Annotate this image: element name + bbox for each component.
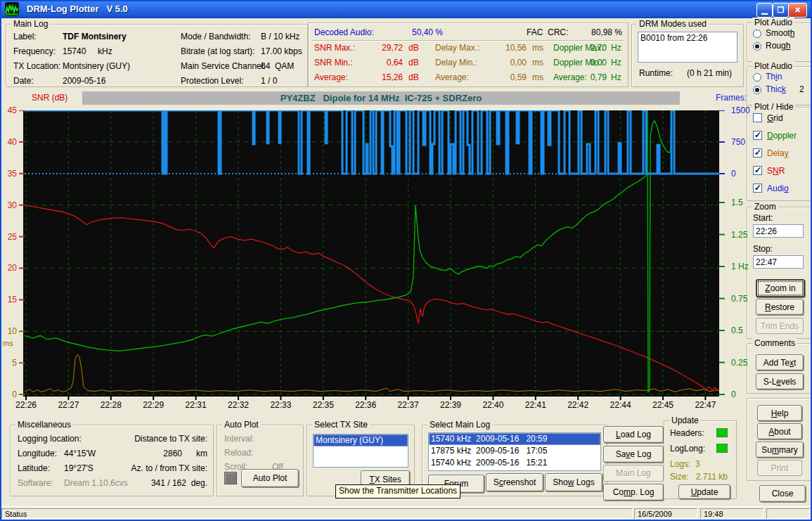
y-left-tick: 45 — [0, 105, 17, 115]
update-button[interactable]: Update — [678, 484, 730, 499]
logs-count: Logs: 3 — [670, 459, 700, 469]
update-caption: Update — [669, 416, 701, 425]
tx-site-item[interactable]: Montsinery (GUY) — [314, 435, 408, 446]
y-right-hz-tick: 1 Hz — [731, 262, 749, 271]
y-left-tick: 15 — [0, 295, 17, 304]
headers-indicator — [716, 428, 728, 437]
thin-label[interactable]: Thin — [766, 72, 782, 82]
summary-button[interactable]: Summary — [756, 442, 804, 458]
about-button[interactable]: About — [757, 423, 802, 439]
screenshot-button[interactable]: Screenshot — [486, 473, 543, 491]
y-right-hz-tick: 1.25 — [731, 230, 747, 240]
status-time: 19:48 — [700, 508, 763, 519]
drm-modes-group: DRM Modes used B0010 from 22:26 Runtime:… — [631, 24, 744, 87]
distance-label: Distance to TX site: — [116, 434, 207, 444]
stats-separator — [311, 40, 624, 41]
ms-unit-label: ms — [3, 339, 13, 347]
status-spacer — [766, 508, 810, 519]
azimuth-label: Az. to / from TX site: — [116, 463, 207, 473]
x-axis-tick: 22:45 — [646, 400, 680, 410]
y-left-tick: 10 — [0, 326, 17, 336]
x-axis-tick: 22:40 — [476, 400, 510, 410]
tx-site-list[interactable]: Montsinery (GUY) — [313, 434, 408, 468]
x-axis-tick: 22:35 — [307, 400, 340, 410]
protection-value: 1 / 0 — [261, 76, 277, 86]
snr-min-value: 0,64 — [366, 58, 403, 67]
rough-label[interactable]: Rough — [766, 41, 790, 51]
reload-label: Reload: — [224, 448, 253, 458]
stats-panel: Decoded Audio: 50,40 % FAC CRC: 80,98 % … — [308, 22, 629, 87]
print-button[interactable]: Print — [757, 460, 802, 476]
miscellaneous-group: Miscellaneous Logging location: Distance… — [10, 425, 214, 496]
snr-avg-unit: dB — [408, 72, 419, 82]
y-right-hz-tick: 0.75 — [731, 294, 747, 304]
distance-value: 2860 km — [116, 449, 207, 458]
doppler-max-value: 2,70 — [579, 43, 607, 53]
main-log-button[interactable]: Main Log — [603, 465, 664, 482]
thin-radio[interactable] — [753, 73, 761, 82]
show-logs-button[interactable]: Show Logs — [545, 473, 602, 491]
y-right-hz-tick: 0.25 — [731, 358, 747, 368]
x-axis-tick: 22:47 — [688, 400, 722, 410]
protection-key: Protection Level: — [181, 76, 243, 86]
drm-mode-item[interactable]: B0010 from 22:26 — [638, 32, 737, 44]
tooltip: Show the Transmitter Locations — [335, 484, 460, 499]
bitrate-key: Bitrate (at log start): — [181, 46, 254, 56]
latitude-value: 19°27'S — [64, 463, 94, 473]
snr-min-unit: dB — [408, 58, 419, 67]
msc-key: Main Service Channel: — [181, 61, 266, 71]
main-log-caption: Main Log — [11, 19, 50, 29]
y-left-tick: 5 — [0, 358, 17, 368]
delay-min-label: Delay Min.: — [435, 58, 477, 67]
x-axis-tick: 22:36 — [349, 400, 382, 410]
logging-location-label: Logging location: — [18, 434, 82, 444]
misc-caption: Miscellaneous — [15, 420, 73, 430]
status-text: Status — [1, 508, 633, 519]
delay-min-unit: ms — [532, 58, 543, 67]
mode-value: B / 10 kHz — [261, 32, 299, 41]
save-log-button[interactable]: Save Log — [603, 446, 664, 463]
comp-log-button[interactable]: Comp. Log — [603, 484, 664, 501]
mode-key: Mode / Bandwidth: — [181, 32, 250, 41]
y-left-tick: 40 — [0, 137, 17, 147]
snr-max-label: SNR Max.: — [314, 43, 355, 53]
rough-radio[interactable] — [753, 42, 761, 51]
fac-crc-label: FAC CRC: — [527, 27, 568, 37]
smooth-radio[interactable] — [753, 30, 761, 38]
delay-avg-unit: ms — [532, 72, 543, 82]
plot-audio1-caption: Plot Audio — [752, 18, 794, 27]
x-axis-tick: 22:26 — [9, 400, 43, 410]
doppler-min-unit: Hz — [611, 58, 621, 67]
x-axis-tick: 22:27 — [51, 400, 85, 410]
status-date: 16/5/2009 — [634, 508, 697, 519]
label-value: TDF Montsinery — [63, 32, 127, 41]
minimize-button[interactable]: ▁ — [756, 3, 773, 18]
delay-min-value: 0,00 — [490, 58, 527, 67]
delay-max-value: 10,56 — [490, 43, 527, 53]
snr-avg-label: Average: — [314, 72, 348, 82]
main-log-item[interactable]: 17875 kHz 2009-05-16 17:05 — [429, 445, 600, 457]
date-key: Date: — [13, 76, 34, 86]
window-title: DRM-Log Plotter V 5.0 — [27, 4, 128, 14]
y-left-tick: 0 — [0, 390, 17, 399]
maximize-button[interactable]: ❒ — [773, 3, 789, 18]
y-left-tick: 35 — [0, 169, 17, 179]
close-window-button[interactable]: ✕ — [788, 3, 807, 18]
auto-plot-indicator — [224, 472, 237, 484]
date-value: 2009-05-16 — [63, 76, 105, 86]
main-log-group: Main Log Label: TDF Montsinery Frequency… — [6, 24, 308, 87]
smooth-label[interactable]: Smooth — [766, 28, 794, 38]
y-right-frames-tick: 1500 — [731, 105, 750, 115]
drm-modes-list[interactable]: B0010 from 22:26 — [638, 32, 737, 63]
decoded-audio-value: 50,40 % — [412, 27, 443, 37]
main-log-item[interactable]: 15740 kHz 2009-05-16 15:21 — [429, 457, 600, 469]
main-log-item[interactable]: 15740 kHz 2009-05-16 20:59 — [429, 433, 600, 445]
longitude-value: 44°15'W — [64, 449, 96, 458]
plot-area — [19, 110, 726, 401]
close-button[interactable]: Close — [759, 485, 806, 502]
tx-location-value: Montsinery (GUY) — [63, 61, 130, 71]
msc-value: 64 QAM — [261, 61, 294, 71]
auto-plot-button[interactable]: Auto Plot — [241, 469, 299, 487]
main-log-list[interactable]: 15740 kHz 2009-05-16 20:59 17875 kHz 200… — [428, 432, 601, 471]
load-log-button[interactable]: Load Log — [603, 426, 664, 443]
